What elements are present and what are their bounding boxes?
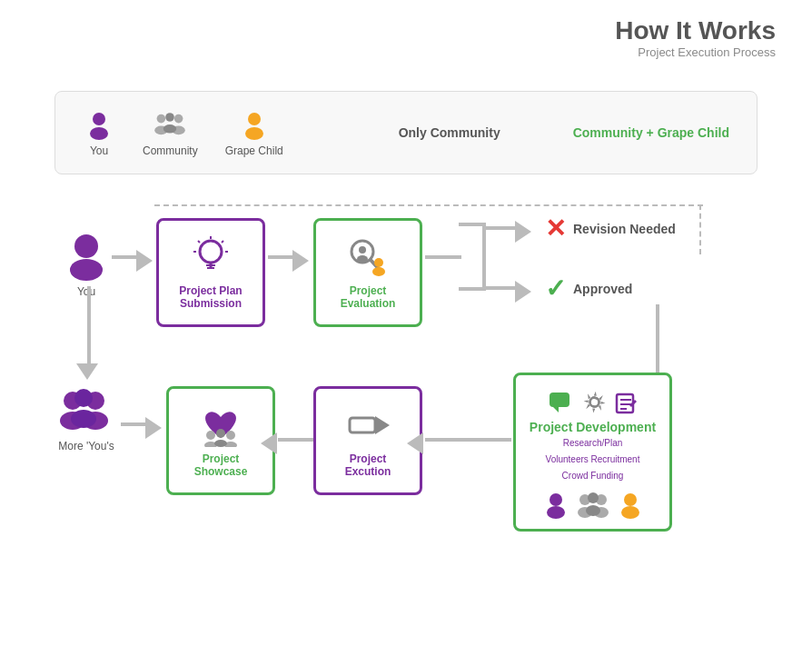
svg-point-33 <box>206 431 215 440</box>
svg-point-9 <box>245 127 263 140</box>
excution-icon <box>346 403 390 447</box>
legend-community-label: Community <box>143 144 198 157</box>
you-icon <box>83 108 115 141</box>
title-area: How It Works Project Execution Process <box>615 16 776 59</box>
svg-point-44 <box>589 396 599 406</box>
dev-grape-icon <box>618 491 643 520</box>
svg-point-12 <box>200 241 222 263</box>
you-label: You <box>77 285 95 298</box>
box5-label: Project Development <box>530 420 656 434</box>
edit-icon <box>613 391 639 416</box>
chat-icon <box>548 391 573 416</box>
svg-point-25 <box>374 258 383 267</box>
svg-point-51 <box>547 506 565 519</box>
svg-point-7 <box>163 124 176 134</box>
svg-line-18 <box>198 241 200 243</box>
svg-point-56 <box>588 492 599 503</box>
svg-point-1 <box>90 127 108 140</box>
svg-point-57 <box>586 505 600 516</box>
dev-community-icon <box>576 491 610 520</box>
svg-marker-40 <box>375 416 390 434</box>
legend-community: Community <box>143 108 198 157</box>
page-title: How It Works <box>615 16 776 45</box>
dev-sub3: Crowd Funding <box>562 469 624 483</box>
you-person-icon <box>64 232 109 282</box>
x-icon: ✕ <box>545 214 566 244</box>
lightbulb-icon <box>189 235 233 279</box>
project-plan-box: Project PlanSubmission <box>156 218 265 327</box>
community-icon <box>148 108 192 141</box>
dotted-right-vline <box>699 204 701 254</box>
svg-point-35 <box>226 431 235 440</box>
arrow-1 <box>136 250 153 272</box>
svg-point-38 <box>214 440 227 447</box>
legend-box: You Community Grape Child Only Community… <box>54 91 758 174</box>
project-excution-box: ProjectExcution <box>313 386 422 495</box>
dev-you-icon <box>543 491 569 520</box>
more-yous-label: More 'You's <box>58 440 114 452</box>
approved-label: Approved <box>573 282 632 296</box>
svg-marker-42 <box>553 407 559 412</box>
dotted-top-line <box>154 204 703 206</box>
legend-you-label: You <box>90 144 108 157</box>
svg-point-8 <box>248 113 261 125</box>
arrow-showcase <box>145 417 162 439</box>
svg-point-11 <box>70 259 103 281</box>
check-icon: ✓ <box>545 273 566 303</box>
legend-grape-label: Grape Child <box>225 144 283 157</box>
bracket-shape <box>459 223 486 291</box>
you-figure: You <box>64 232 109 298</box>
project-showcase-box: ProjectShowcase <box>166 386 275 495</box>
flow-area: You Project PlanSubmission <box>36 204 776 638</box>
arrow-revision <box>515 221 531 243</box>
svg-point-50 <box>550 493 562 506</box>
arrow-line-1 <box>112 255 139 259</box>
svg-point-2 <box>157 114 166 124</box>
svg-point-59 <box>621 506 639 519</box>
community-grape-label: Community + Grape Child <box>573 125 729 140</box>
arrow-exe <box>261 432 277 454</box>
box4-label: ProjectExcution <box>345 452 391 478</box>
dev-sub1: Research/Plan <box>563 436 623 451</box>
more-yous-icon <box>54 386 118 436</box>
svg-point-26 <box>372 267 385 276</box>
more-yous-figure: More 'You's <box>54 386 118 452</box>
svg-point-58 <box>624 493 637 506</box>
svg-rect-39 <box>350 418 375 432</box>
arrow-2 <box>292 250 309 272</box>
svg-point-24 <box>357 255 368 263</box>
svg-line-17 <box>222 241 223 243</box>
approved-status: ✓ Approved <box>545 273 632 303</box>
dev-people-row <box>543 491 643 520</box>
arrow-line-2 <box>268 255 295 259</box>
arrow-line-3 <box>425 255 461 259</box>
grape-icon <box>238 108 271 141</box>
arm-revision <box>486 226 518 230</box>
box2-label: ProjectEvaluation <box>341 284 396 310</box>
svg-rect-41 <box>550 393 569 407</box>
dev-icons-row <box>548 391 639 416</box>
legend-grape: Grape Child <box>225 108 283 157</box>
arrow-line-exe <box>278 438 314 442</box>
page-subtitle: Project Execution Process <box>615 45 776 59</box>
arrow-line-dev-from-exe <box>425 438 511 442</box>
only-community-label: Only Community <box>399 125 500 140</box>
revision-status: ✕ Revision Needed <box>545 214 676 244</box>
arrow-approved <box>515 281 531 303</box>
legend-community-grape: Community + Grape Child <box>573 125 729 140</box>
box1-label: Project PlanSubmission <box>179 284 242 310</box>
svg-point-6 <box>166 113 175 122</box>
svg-point-37 <box>216 429 225 438</box>
arrow-line-showcase <box>121 422 148 426</box>
box3-label: ProjectShowcase <box>194 452 248 478</box>
project-evaluation-box: ProjectEvaluation <box>313 218 422 327</box>
svg-point-23 <box>359 246 366 253</box>
vline-you-moreyou <box>87 286 91 368</box>
arm-approved <box>486 286 518 290</box>
svg-point-31 <box>74 389 93 407</box>
dev-sub2: Volunteers Recruitment <box>546 452 640 467</box>
showcase-icon <box>196 403 245 447</box>
arrow-down-moreyou <box>76 363 98 380</box>
svg-point-4 <box>174 114 183 124</box>
project-development-box: Project Development Research/Plan Volunt… <box>513 373 672 532</box>
